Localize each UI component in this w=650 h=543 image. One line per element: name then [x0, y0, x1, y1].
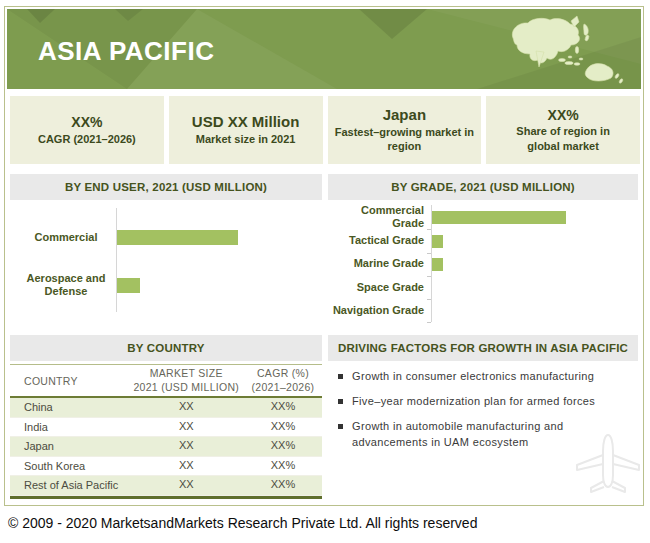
category-label: Space Grade: [328, 281, 424, 295]
table-row: JapanXXXX%: [10, 437, 322, 457]
cagr-cell: XX%: [244, 439, 322, 453]
column-header: CAGR (%)(2021–2026): [244, 367, 322, 393]
stat-label: Fastest–growing market in region: [329, 125, 479, 154]
category-label: Navigation Grade: [328, 304, 424, 318]
cagr-cell: XX%: [244, 459, 322, 473]
airplane-watermark-icon: [573, 428, 643, 500]
category-label: Commercial: [10, 231, 122, 245]
stat-value: USD XX Million: [192, 113, 300, 132]
column-header: COUNTRY: [10, 375, 129, 387]
bar: [432, 211, 566, 224]
copyright-text: © 2009 - 2020 MarketsandMarkets Research…: [8, 515, 477, 531]
stat-value: XX%: [548, 107, 579, 125]
end-user-chart-title: BY END USER, 2021 (USD MILLION): [10, 174, 322, 200]
region-banner: ASIA PACIFIC: [7, 9, 641, 89]
country-table-body: ChinaXXXX%IndiaXXXX%JapanXXXX%South Kore…: [10, 398, 322, 499]
market-size-cell: XX: [129, 439, 244, 453]
stat-label: Share of region in global market: [507, 124, 619, 153]
cagr-cell: XX%: [244, 400, 322, 414]
table-row: ChinaXXXX%: [10, 398, 322, 418]
driving-factor-item: Growth in consumer electronics manufactu…: [336, 369, 632, 385]
country-table-title: BY COUNTRY: [10, 335, 322, 361]
stat-label: CAGR (2021–2026): [38, 132, 136, 146]
grade-bar-chart: Commercial GradeTactical GradeMarine Gra…: [328, 200, 638, 332]
axis-tick: [427, 299, 431, 300]
asia-pacific-map-icon: [503, 15, 633, 85]
country-cell: Japan: [10, 440, 129, 452]
column-header: MARKET SIZE2021 (USD MILLION): [129, 367, 244, 393]
bar: [117, 278, 140, 293]
category-label: Aerospace and Defense: [10, 272, 122, 300]
cagr-cell: XX%: [244, 478, 322, 492]
category-label: Commercial Grade: [328, 204, 424, 232]
bar: [432, 258, 443, 271]
table-row: Rest of Asia PacificXXXX%: [10, 476, 322, 496]
market-size-cell: XX: [129, 400, 244, 414]
country-cell: Rest of Asia Pacific: [10, 479, 129, 491]
country-table-header-row: COUNTRYMARKET SIZE2021 (USD MILLION)CAGR…: [10, 364, 322, 398]
table-row: South KoreaXXXX%: [10, 457, 322, 477]
stat-value: Japan: [383, 106, 426, 125]
stat-cagr: XX% CAGR (2021–2026): [10, 96, 164, 164]
country-cell: South Korea: [10, 460, 129, 472]
country-cell: China: [10, 401, 129, 413]
bar: [432, 235, 443, 248]
market-size-cell: XX: [129, 459, 244, 473]
stat-fastest-market: Japan Fastest–growing market in region: [328, 96, 482, 164]
stat-value: XX%: [71, 114, 102, 132]
stat-box-row: XX% CAGR (2021–2026) USD XX Million Mark…: [10, 96, 640, 164]
stat-market-size: USD XX Million Market size in 2021: [169, 96, 323, 164]
driving-factors-title: DRIVING FACTORS FOR GROWTH IN ASIA PACIF…: [328, 335, 638, 361]
grade-chart-title: BY GRADE, 2021 (USD MILLION): [328, 174, 638, 200]
country-table: COUNTRYMARKET SIZE2021 (USD MILLION)CAGR…: [10, 364, 322, 499]
axis-tick: [427, 322, 431, 323]
market-size-cell: XX: [129, 420, 244, 434]
cagr-cell: XX%: [244, 420, 322, 434]
region-title: ASIA PACIFIC: [38, 36, 214, 67]
market-size-cell: XX: [129, 478, 244, 492]
end-user-bar-chart: CommercialAerospace and Defense: [10, 200, 322, 332]
category-label: Marine Grade: [328, 257, 424, 271]
country-cell: India: [10, 421, 129, 433]
driving-factor-item: Five–year modernization plan for armed f…: [336, 394, 632, 410]
axis-tick: [427, 229, 431, 230]
axis-tick: [427, 253, 431, 254]
axis-tick: [427, 276, 431, 277]
bar: [117, 230, 238, 245]
table-row: IndiaXXXX%: [10, 418, 322, 438]
category-label: Tactical Grade: [328, 234, 424, 248]
stat-region-share: XX% Share of region in global market: [486, 96, 640, 164]
stat-label: Market size in 2021: [196, 132, 296, 146]
